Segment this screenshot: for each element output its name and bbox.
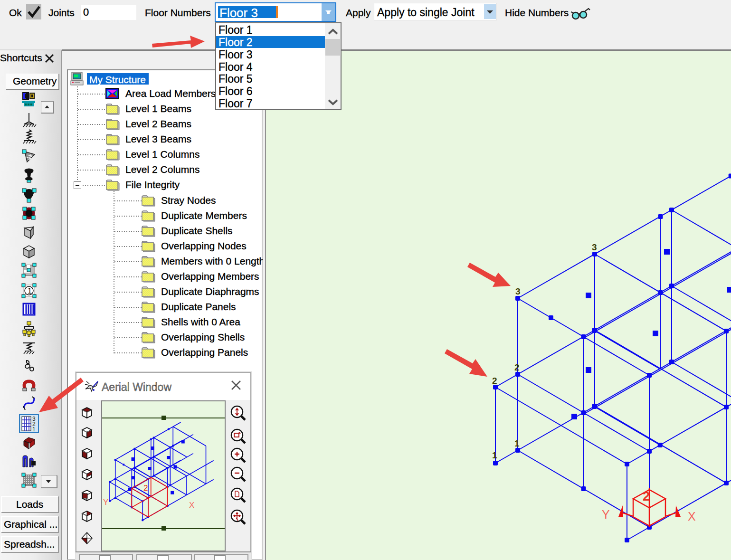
svg-text:2: 2 [143, 484, 148, 493]
svg-text:1: 1 [514, 438, 520, 448]
svg-text:Y: Y [103, 498, 108, 507]
svg-text:X: X [189, 501, 194, 510]
svg-text:1: 1 [28, 287, 32, 295]
svg-text:2: 2 [514, 362, 520, 372]
svg-text:1: 1 [32, 426, 36, 433]
svg-text:X: X [688, 510, 696, 523]
svg-text:3: 3 [592, 242, 597, 252]
svg-text:2: 2 [643, 489, 650, 503]
svg-text:3: 3 [515, 286, 521, 296]
svg-text:Y: Y [602, 508, 610, 521]
svg-text:2: 2 [492, 376, 497, 386]
svg-text:1: 1 [492, 450, 497, 460]
